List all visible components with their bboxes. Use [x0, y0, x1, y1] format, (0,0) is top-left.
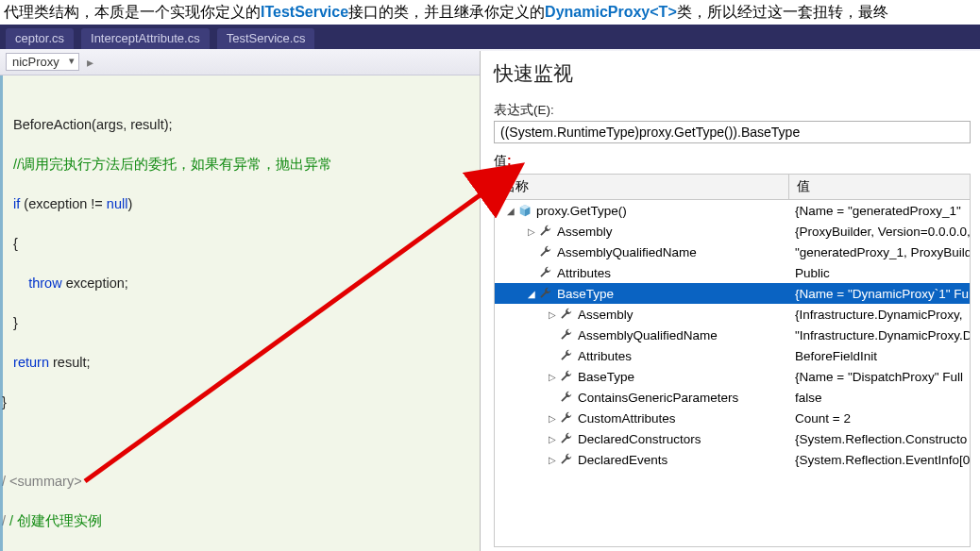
row-value: {Name = "generatedProxy_1" — [789, 204, 970, 218]
row-name: ContainsGenericParameters — [578, 391, 738, 405]
quickwatch-row[interactable]: ▷DeclaredConstructors{System.Reflection.… — [495, 428, 970, 449]
quickwatch-row[interactable]: ▷Assembly{Infrastructure.DynamicProxy, — [495, 304, 970, 325]
row-name: BaseType — [578, 370, 634, 384]
context-text: 代理类结构，本质是一个实现你定义的ITestService接口的类，并且继承你定… — [0, 0, 980, 25]
row-name: DeclaredConstructors — [578, 432, 701, 446]
row-value: {Name = "DispatchProxy" Full — [789, 370, 970, 384]
row-name: DeclaredEvents — [578, 453, 667, 467]
quickwatch-row[interactable]: ContainsGenericParametersfalse — [495, 387, 970, 408]
value-label: 值: — [494, 153, 971, 170]
row-name: proxy.GetType() — [536, 204, 627, 218]
quickwatch-title: 快速监视 — [481, 51, 980, 100]
quickwatch-grid[interactable]: 名称 值 ◢proxy.GetType(){Name = "generatedP… — [494, 174, 971, 547]
quickwatch-row[interactable]: ◢proxy.GetType(){Name = "generatedProxy_… — [495, 200, 970, 221]
expand-toggle[interactable]: ▷ — [546, 309, 559, 320]
expression-input[interactable] — [494, 121, 971, 143]
row-value: Public — [789, 266, 970, 280]
row-value: {System.Reflection.Constructo — [789, 432, 970, 446]
row-name: Attributes — [578, 349, 632, 363]
wrench-icon — [559, 410, 574, 426]
link-itestservice[interactable]: ITestService — [261, 4, 348, 20]
quickwatch-row[interactable]: AttributesBeforeFieldInit — [495, 345, 970, 366]
wrench-icon — [538, 244, 553, 259]
row-name: Assembly — [557, 225, 613, 239]
row-name: CustomAttributes — [578, 411, 676, 426]
document-tab-bar: ceptor.cs InterceptAttribute.cs TestServ… — [0, 25, 980, 49]
column-header-value[interactable]: 值 — [789, 175, 970, 199]
expand-toggle[interactable]: ▷ — [546, 413, 559, 424]
type-icon — [517, 203, 532, 218]
row-name: Attributes — [557, 266, 611, 280]
wrench-icon — [538, 286, 553, 301]
row-name: AssemblyQualifiedName — [578, 328, 718, 342]
wrench-icon — [559, 348, 574, 363]
expand-toggle[interactable]: ▷ — [546, 455, 559, 465]
row-value: {Name = "DynamicProxy`1" Fu — [789, 287, 970, 301]
row-value: "generatedProxy_1, ProxyBuild — [789, 245, 970, 259]
expand-toggle[interactable]: ▷ — [546, 372, 559, 382]
breadcrumb-separator: ▸ — [83, 55, 97, 70]
quickwatch-row[interactable]: ◢BaseType{Name = "DynamicProxy`1" Fu — [495, 283, 970, 304]
change-indicator — [0, 75, 3, 551]
link-dynamicproxy[interactable]: DynamicProxy<T> — [545, 4, 677, 20]
expand-toggle[interactable]: ▷ — [525, 226, 538, 237]
wrench-icon — [559, 327, 574, 342]
row-value: {ProxyBuilder, Version=0.0.0.0, — [789, 225, 970, 239]
quickwatch-row[interactable]: ▷Assembly{ProxyBuilder, Version=0.0.0.0, — [495, 221, 970, 242]
expand-toggle[interactable]: ◢ — [504, 206, 517, 216]
row-value: false — [789, 391, 970, 405]
expand-toggle[interactable]: ◢ — [525, 289, 538, 299]
quickwatch-row[interactable]: AssemblyQualifiedName"generatedProxy_1, … — [495, 242, 970, 262]
wrench-icon — [559, 369, 574, 384]
breadcrumb-namespace[interactable]: nicProxy — [6, 53, 79, 71]
row-value: "Infrastructure.DynamicProxy.D — [789, 328, 970, 342]
row-name: Assembly — [578, 308, 634, 322]
column-header-name[interactable]: 名称 — [495, 175, 789, 199]
wrench-icon — [559, 431, 574, 446]
row-name: AssemblyQualifiedName — [557, 245, 697, 259]
row-value: Count = 2 — [789, 411, 970, 426]
quickwatch-row[interactable]: ▷BaseType{Name = "DispatchProxy" Full — [495, 366, 970, 387]
document-tab[interactable]: InterceptAttribute.cs — [81, 28, 210, 49]
row-value: {System.Reflection.EventInfo[0 — [789, 453, 970, 467]
quickwatch-row[interactable]: AssemblyQualifiedName"Infrastructure.Dyn… — [495, 325, 970, 345]
wrench-icon — [559, 452, 574, 467]
wrench-icon — [538, 265, 553, 280]
document-tab[interactable]: ceptor.cs — [6, 28, 74, 49]
wrench-icon — [559, 390, 574, 405]
document-tab[interactable]: TestService.cs — [217, 28, 315, 49]
grid-header: 名称 值 — [495, 175, 970, 200]
quickwatch-row[interactable]: AttributesPublic — [495, 262, 970, 283]
row-value: BeforeFieldInit — [789, 349, 970, 363]
expand-toggle[interactable]: ▷ — [546, 434, 559, 444]
quickwatch-row[interactable]: ▷CustomAttributesCount = 2 — [495, 408, 970, 428]
wrench-icon — [559, 307, 574, 322]
quickwatch-panel: 快速监视 表达式(E): 值: 名称 值 ◢proxy.GetType(){Na… — [480, 51, 980, 551]
row-name: BaseType — [557, 287, 614, 301]
expression-label: 表达式(E): — [494, 100, 971, 121]
quickwatch-row[interactable]: ▷DeclaredEvents{System.Reflection.EventI… — [495, 449, 970, 470]
row-value: {Infrastructure.DynamicProxy, — [789, 308, 970, 322]
wrench-icon — [538, 224, 553, 239]
